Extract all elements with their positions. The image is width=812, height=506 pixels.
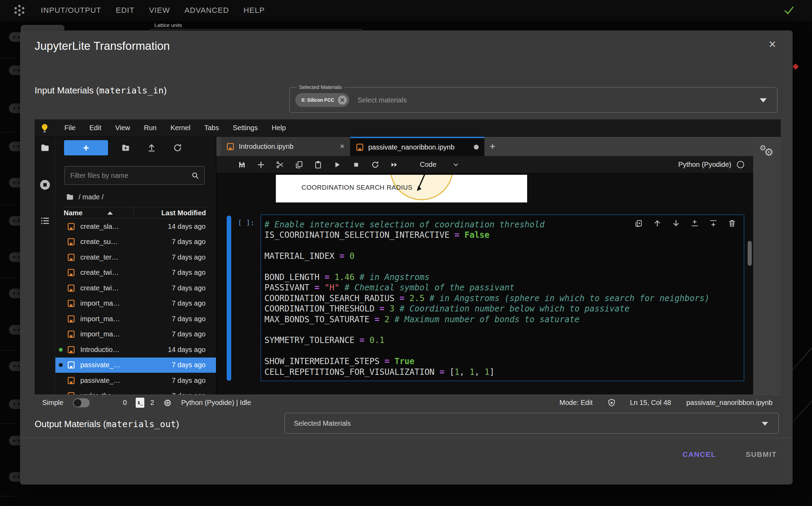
new-launcher-button[interactable]: + <box>64 140 108 155</box>
file-row[interactable]: passivate_…7 days ago <box>55 358 216 373</box>
material-chip[interactable]: 0: Silicon FCC ✕ <box>295 93 349 107</box>
cursor-position[interactable]: Ln 15, Col 48 <box>630 399 671 407</box>
dropdown-arrow-icon[interactable] <box>762 422 768 426</box>
background-red-marker <box>792 63 799 70</box>
dropdown-arrow-icon[interactable] <box>760 98 767 102</box>
jupyter-menu-item-help[interactable]: Help <box>265 124 293 132</box>
app-menu: INPUT/OUTPUTEDITVIEWADVANCEDHELP <box>41 6 265 15</box>
cut-icon[interactable] <box>276 161 284 169</box>
app-menu-item-help[interactable]: HELP <box>244 6 265 15</box>
jupyterlite-transformation-dialog: JupyterLite Transformation × Input Mater… <box>20 30 793 485</box>
add-cell-icon[interactable] <box>257 161 265 169</box>
close-icon[interactable]: × <box>769 38 776 51</box>
simple-mode-label: Simple <box>42 399 63 407</box>
running-sessions-tab-icon[interactable] <box>39 179 51 191</box>
file-browser-tab-icon[interactable] <box>40 143 50 153</box>
jupyter-menu-item-edit[interactable]: Edit <box>82 124 108 132</box>
chevron-down-icon[interactable] <box>452 161 459 168</box>
delete-cell-icon[interactable] <box>728 219 736 227</box>
stop-icon[interactable] <box>352 161 360 169</box>
app-menu-item-edit[interactable]: EDIT <box>116 6 135 15</box>
jupyter-right-sidebar: ⚙⚙ <box>753 137 781 395</box>
file-row[interactable]: under_the…7 days ago <box>55 388 216 395</box>
app-menu-item-advanced[interactable]: ADVANCED <box>184 6 229 15</box>
file-row[interactable]: create_twi…7 days ago <box>55 280 216 296</box>
duplicate-cell-icon[interactable] <box>634 219 643 227</box>
column-last-modified[interactable]: Last Modified <box>161 209 206 217</box>
kernel-status-text[interactable]: Python (Pyodide) | Idle <box>181 399 251 407</box>
file-row[interactable]: create_twi…7 days ago <box>55 265 216 281</box>
notebook-tab[interactable]: passivate_nanoribbon.ipynb <box>350 137 485 156</box>
tab-close-icon[interactable]: × <box>340 142 344 151</box>
cpu-chip-icon[interactable] <box>163 398 172 407</box>
refresh-icon[interactable] <box>173 143 182 152</box>
run-icon[interactable] <box>333 161 341 169</box>
kernel-name[interactable]: Python (Pyodide) <box>678 161 731 169</box>
submit-button[interactable]: SUBMIT <box>744 450 779 459</box>
jupyter-menu-item-tabs[interactable]: Tabs <box>197 124 226 132</box>
column-name[interactable]: Name <box>64 209 82 217</box>
notebook-scrollbar-thumb[interactable] <box>748 241 752 266</box>
chip-remove-icon[interactable]: ✕ <box>338 96 347 105</box>
no-dot <box>59 394 63 395</box>
upload-icon[interactable] <box>147 143 156 152</box>
terminal-icon[interactable]: $_ <box>136 398 144 408</box>
notebook-file-icon <box>67 253 75 261</box>
new-folder-icon[interactable] <box>121 143 130 152</box>
jupyter-menu-item-run[interactable]: Run <box>137 124 164 132</box>
notebook-content[interactable]: COORDINATION SEARCH RADIUS [ ]: # Enable… <box>216 173 753 395</box>
new-tab-icon[interactable]: + <box>485 137 500 156</box>
code-line <box>264 241 710 251</box>
jupyter-menu-item-view[interactable]: View <box>108 124 137 132</box>
shield-x-icon[interactable] <box>607 398 616 407</box>
cell-collapser-bar[interactable] <box>227 216 231 381</box>
folder-icon[interactable] <box>66 193 74 201</box>
app-menu-item-view[interactable]: VIEW <box>149 6 170 15</box>
restart-kernel-icon[interactable] <box>371 161 379 169</box>
input-materials-label-text: Input Materials ( <box>35 85 99 96</box>
cell-type-select[interactable]: Code <box>420 161 436 169</box>
notebook-tab[interactable]: Introduction.ipynb× <box>221 137 350 156</box>
jupyter-menu-item-settings[interactable]: Settings <box>226 124 264 132</box>
jupyter-menu-item-kernel[interactable]: Kernel <box>163 124 197 132</box>
simple-mode-toggle[interactable] <box>73 398 90 407</box>
code-editor[interactable]: # Enable interactive selection of coordi… <box>264 219 710 377</box>
app-logo-icon[interactable] <box>12 3 26 17</box>
copy-icon[interactable] <box>295 161 303 169</box>
breadcrumb[interactable]: / made / <box>66 193 103 201</box>
selected-materials-field[interactable]: Selected Materials 0: Silicon FCC ✕ Sele… <box>289 87 777 113</box>
code-cell[interactable]: # Enable interactive selection of coordi… <box>261 215 744 381</box>
file-name: create_su… <box>80 238 172 246</box>
app-menu-item-input-output[interactable]: INPUT/OUTPUT <box>41 6 101 15</box>
editor-mode[interactable]: Mode: Edit <box>559 399 593 407</box>
code-line: SYMMETRY_TOLERANCE = 0.1 <box>264 335 710 345</box>
file-row[interactable]: import_ma…7 days ago <box>55 296 216 311</box>
property-inspector-gears-icon[interactable]: ⚙⚙ <box>759 144 775 160</box>
move-down-icon[interactable] <box>672 219 680 227</box>
cancel-button[interactable]: CANCEL <box>680 450 718 459</box>
file-row[interactable]: import_ma…7 days ago <box>55 327 216 342</box>
success-check-icon[interactable] <box>783 5 795 16</box>
fast-forward-icon[interactable] <box>390 161 398 169</box>
jupyter-body: + / made / <box>35 137 781 395</box>
file-row[interactable]: import_ma…7 days ago <box>55 311 216 327</box>
insert-above-icon[interactable] <box>691 219 699 227</box>
table-of-contents-tab-icon[interactable] <box>40 216 50 226</box>
file-row[interactable]: passivate_…7 days ago <box>55 373 216 388</box>
kernel-status-icon[interactable] <box>737 161 744 168</box>
output-materials-select[interactable]: Selected Materials <box>285 413 779 434</box>
paste-icon[interactable] <box>314 161 322 169</box>
file-row[interactable]: create_ter…7 days ago <box>55 250 216 265</box>
file-name: Introductio… <box>80 346 168 354</box>
jupyter-menu-item-file[interactable]: File <box>57 124 82 132</box>
row-separator <box>0 205 20 205</box>
filter-files-input[interactable] <box>65 172 191 180</box>
file-row[interactable]: create_sla…14 days ago <box>55 219 216 234</box>
insert-below-icon[interactable] <box>709 219 718 227</box>
file-row[interactable]: create_su…7 days ago <box>55 234 216 250</box>
file-row[interactable]: Introductio…14 days ago <box>55 342 216 358</box>
jupyter-left-sidebar <box>35 137 55 395</box>
move-up-icon[interactable] <box>653 219 661 227</box>
save-icon[interactable] <box>238 161 246 169</box>
sort-ascending-icon[interactable] <box>107 211 113 215</box>
